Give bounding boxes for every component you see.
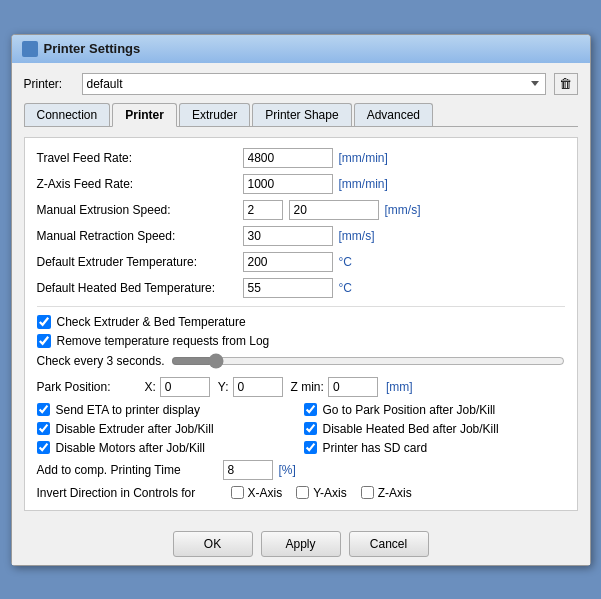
go-to-park-label: Go to Park Position after Job/Kill [323,403,496,417]
delete-printer-button[interactable]: 🗑 [554,73,578,95]
disable-motors-label: Disable Motors after Job/Kill [56,441,205,455]
tab-connection[interactable]: Connection [24,103,111,126]
col-left-3: Disable Motors after Job/Kill [37,441,298,455]
invert-direction-label: Invert Direction in Controls for [37,486,217,500]
footer: OK Apply Cancel [12,521,590,565]
cancel-button[interactable]: Cancel [349,531,429,557]
park-x-input[interactable] [160,377,210,397]
invert-direction-row: Invert Direction in Controls for X-Axis … [37,486,565,500]
apply-button[interactable]: Apply [261,531,341,557]
add-printing-time-input[interactable] [223,460,273,480]
default-heated-bed-temp-input[interactable] [243,278,333,298]
check-extruder-bed-label: Check Extruder & Bed Temperature [57,315,246,329]
z-axis-feed-rate-unit: [mm/min] [339,177,388,191]
printer-select[interactable]: default [82,73,546,95]
invert-y-label: Y-Axis [313,486,347,500]
z-axis-feed-rate-input[interactable] [243,174,333,194]
tab-extruder[interactable]: Extruder [179,103,250,126]
default-heated-bed-temp-unit: °C [339,281,352,295]
park-zmin-label: Z min: [291,380,324,394]
manual-extrusion-speed-input1[interactable] [243,200,283,220]
park-position-label: Park Position: [37,380,137,394]
remove-temp-requests-label: Remove temperature requests from Log [57,334,270,348]
printer-sd-card-checkbox[interactable] [304,441,317,454]
z-axis-feed-rate-label: Z-Axis Feed Rate: [37,177,237,191]
manual-retraction-speed-input[interactable] [243,226,333,246]
check-interval-slider[interactable] [171,353,565,369]
printer-label: Printer: [24,77,74,91]
invert-x-checkbox[interactable] [231,486,244,499]
invert-z-axis: Z-Axis [361,486,412,500]
invert-z-label: Z-Axis [378,486,412,500]
content-area: Printer: default 🗑 Connection Printer Ex… [12,63,590,521]
tab-printer-shape[interactable]: Printer Shape [252,103,351,126]
park-zmin-input[interactable] [328,377,378,397]
disable-extruder-checkbox[interactable] [37,422,50,435]
tab-printer[interactable]: Printer [112,103,177,127]
printer-settings-window: Printer Settings Printer: default 🗑 Conn… [11,34,591,566]
title-bar: Printer Settings [12,35,590,63]
travel-feed-rate-row: Travel Feed Rate: [mm/min] [37,148,565,168]
disable-heated-bed-label: Disable Heated Bed after Job/Kill [323,422,499,436]
manual-extrusion-speed-unit: [mm/s] [385,203,421,217]
tabs-bar: Connection Printer Extruder Printer Shap… [24,103,578,127]
travel-feed-rate-input[interactable] [243,148,333,168]
col-right-2: Disable Heated Bed after Job/Kill [304,422,565,436]
two-col-row-1: Send ETA to printer display Go to Park P… [37,403,565,417]
travel-feed-rate-unit: [mm/min] [339,151,388,165]
add-printing-time-label: Add to comp. Printing Time [37,463,217,477]
disable-motors-checkbox[interactable] [37,441,50,454]
check-interval-row: Check every 3 seconds. [37,353,565,369]
z-axis-feed-rate-row: Z-Axis Feed Rate: [mm/min] [37,174,565,194]
park-y-coord: Y: [218,377,283,397]
manual-extrusion-speed-input2[interactable] [289,200,379,220]
col-right-1: Go to Park Position after Job/Kill [304,403,565,417]
invert-z-checkbox[interactable] [361,486,374,499]
default-heated-bed-temp-row: Default Heated Bed Temperature: °C [37,278,565,298]
manual-retraction-speed-row: Manual Retraction Speed: [mm/s] [37,226,565,246]
printer-sd-card-label: Printer has SD card [323,441,428,455]
disable-heated-bed-checkbox[interactable] [304,422,317,435]
invert-y-axis: Y-Axis [296,486,347,500]
invert-x-axis: X-Axis [231,486,283,500]
invert-x-label: X-Axis [248,486,283,500]
default-extruder-temp-row: Default Extruder Temperature: °C [37,252,565,272]
park-position-row: Park Position: X: Y: Z min: [mm] [37,377,565,397]
ok-button[interactable]: OK [173,531,253,557]
manual-retraction-speed-unit: [mm/s] [339,229,375,243]
manual-extrusion-speed-label: Manual Extrusion Speed: [37,203,237,217]
send-eta-checkbox[interactable] [37,403,50,416]
window-title: Printer Settings [44,41,141,56]
remove-temp-requests-checkbox[interactable] [37,334,51,348]
park-x-label: X: [145,380,156,394]
park-y-label: Y: [218,380,229,394]
two-col-row-3: Disable Motors after Job/Kill Printer ha… [37,441,565,455]
invert-y-checkbox[interactable] [296,486,309,499]
default-extruder-temp-unit: °C [339,255,352,269]
divider1 [37,306,565,307]
add-printing-time-unit: [%] [279,463,296,477]
add-printing-time-row: Add to comp. Printing Time [%] [37,460,565,480]
manual-extrusion-speed-row: Manual Extrusion Speed: [mm/s] [37,200,565,220]
check-interval-label: Check every 3 seconds. [37,354,165,368]
tab-advanced[interactable]: Advanced [354,103,433,126]
default-heated-bed-temp-label: Default Heated Bed Temperature: [37,281,237,295]
travel-feed-rate-label: Travel Feed Rate: [37,151,237,165]
manual-retraction-speed-label: Manual Retraction Speed: [37,229,237,243]
col-right-3: Printer has SD card [304,441,565,455]
go-to-park-checkbox[interactable] [304,403,317,416]
check-extruder-bed-row: Check Extruder & Bed Temperature [37,315,565,329]
default-extruder-temp-input[interactable] [243,252,333,272]
form-area: Travel Feed Rate: [mm/min] Z-Axis Feed R… [24,137,578,511]
send-eta-label: Send ETA to printer display [56,403,201,417]
col-left-2: Disable Extruder after Job/Kill [37,422,298,436]
park-unit: [mm] [386,380,413,394]
park-y-input[interactable] [233,377,283,397]
window-icon [22,41,38,57]
park-zmin-coord: Z min: [291,377,378,397]
remove-temp-requests-row: Remove temperature requests from Log [37,334,565,348]
default-extruder-temp-label: Default Extruder Temperature: [37,255,237,269]
two-col-row-2: Disable Extruder after Job/Kill Disable … [37,422,565,436]
check-extruder-bed-checkbox[interactable] [37,315,51,329]
printer-selector-row: Printer: default 🗑 [24,73,578,95]
